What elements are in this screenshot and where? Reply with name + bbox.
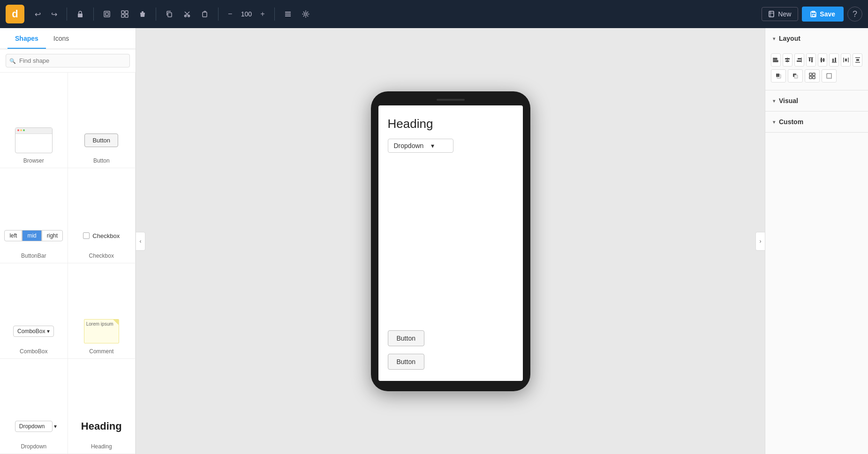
sep-1 (67, 7, 67, 21)
shape-checkbox[interactable]: Checkbox Checkbox (68, 168, 136, 264)
visual-section: ▾ Visual (765, 90, 868, 112)
layout-btn-align-top[interactable] (806, 53, 816, 67)
shape-buttonbar-label: ButtonBar (21, 253, 46, 259)
canvas-dropdown[interactable]: Dropdown ▾ (388, 139, 453, 153)
canvas-dropdown-arrow: ▾ (431, 142, 434, 149)
layout-btn-align-bottom[interactable] (829, 53, 839, 67)
shape-checkbox-label: Checkbox (89, 253, 114, 259)
layout-section-content (765, 49, 868, 90)
bb-mid: mid (22, 230, 41, 241)
combobox-arrow: ▾ (47, 328, 50, 335)
help-button[interactable]: ? (847, 7, 862, 22)
layout-btn-send-back[interactable] (788, 69, 803, 82)
zoom-in-button[interactable]: + (257, 7, 268, 21)
visual-chevron-icon: ▾ (773, 98, 775, 104)
svg-rect-27 (797, 60, 801, 62)
panel-search-area (0, 49, 136, 73)
delete-button[interactable] (135, 7, 150, 21)
frame-button[interactable] (99, 7, 114, 21)
copy-button[interactable] (162, 7, 177, 21)
visual-section-label: Visual (779, 97, 798, 104)
svg-rect-1 (104, 11, 110, 17)
canvas-area[interactable]: ‹ › Heading Dropdown ▾ Button Button (136, 28, 765, 454)
left-panel: Shapes Icons Brow (0, 28, 136, 454)
svg-rect-17 (812, 15, 815, 16)
layout-btn-ungroup[interactable] (822, 69, 837, 82)
layout-btn-align-center-v[interactable] (783, 53, 793, 67)
svg-rect-20 (774, 58, 777, 60)
svg-rect-36 (835, 58, 836, 62)
paste-button[interactable] (197, 7, 212, 21)
custom-section-label: Custom (779, 118, 803, 126)
dropdown-preview-wrap: Dropdown ▾ (4, 412, 64, 440)
layout-btn-distribute-v[interactable] (853, 53, 862, 67)
shape-combobox[interactable]: ComboBox ▾ ComboBox (0, 263, 68, 359)
layout-btn-align-center-h[interactable] (818, 53, 828, 67)
layout-button[interactable] (280, 7, 295, 21)
lock-button[interactable] (73, 7, 88, 21)
shape-button[interactable]: Button Button (68, 73, 136, 168)
svg-rect-29 (809, 58, 810, 61)
cut-button[interactable] (180, 7, 195, 21)
svg-rect-51 (827, 74, 831, 78)
tab-icons[interactable]: Icons (46, 28, 76, 49)
svg-rect-35 (832, 59, 834, 62)
svg-rect-7 (142, 12, 143, 13)
layout-chevron-icon: ▾ (773, 36, 775, 41)
visual-section-header[interactable]: ▾ Visual (765, 90, 868, 111)
phone-speaker (437, 99, 465, 101)
collapse-right-button[interactable]: › (755, 232, 765, 251)
shape-browser-label: Browser (23, 157, 44, 164)
layout-btn-align-right[interactable] (794, 53, 804, 67)
layout-btn-bring-front[interactable] (771, 69, 786, 82)
layout-section-header[interactable]: ▾ Layout (765, 28, 868, 49)
save-button[interactable]: Save (802, 7, 844, 22)
shape-browser[interactable]: Browser (0, 73, 68, 168)
group-button[interactable] (117, 7, 132, 21)
heading-preview-wrap: Heading (72, 412, 132, 440)
shape-comment-label: Comment (89, 348, 113, 355)
layout-section: ▾ Layout (765, 28, 868, 90)
shape-buttonbar[interactable]: left mid right ButtonBar (0, 168, 68, 264)
comment-preview-wrap: Lorem ipsum (72, 317, 132, 345)
redo-button[interactable]: ↪ (47, 7, 61, 22)
dropdown-shape: Dropdown ▾ (15, 421, 53, 432)
sep-5 (274, 7, 275, 21)
settings-button[interactable] (298, 7, 313, 21)
search-input[interactable] (6, 54, 130, 67)
shape-heading[interactable]: Heading Heading (68, 359, 136, 454)
svg-rect-6 (125, 15, 128, 17)
custom-section-header[interactable]: ▾ Custom (765, 112, 868, 132)
tab-shapes[interactable]: Shapes (8, 28, 46, 49)
svg-rect-26 (798, 58, 801, 60)
layout-btn-group[interactable] (805, 69, 820, 82)
canvas-button-2[interactable]: Button (388, 354, 424, 370)
zoom-out-button[interactable]: − (224, 7, 236, 21)
sep-2 (93, 7, 94, 21)
phone-mockup: Heading Dropdown ▾ Button Button (371, 91, 530, 391)
button-shape: Button (84, 134, 118, 147)
svg-rect-30 (811, 58, 813, 62)
shape-comment[interactable]: Lorem ipsum Comment (68, 263, 136, 359)
zoom-value: 100 (239, 10, 254, 18)
dropdown-text: Dropdown (19, 423, 45, 430)
custom-chevron-icon: ▾ (773, 119, 775, 125)
svg-rect-23 (785, 58, 790, 60)
new-button[interactable]: New (762, 7, 798, 21)
search-wrap (6, 54, 130, 67)
collapse-left-button[interactable]: ‹ (136, 232, 145, 251)
svg-rect-47 (809, 73, 812, 75)
shape-dropdown-label: Dropdown (21, 443, 46, 450)
undo-button[interactable]: ↩ (31, 7, 45, 22)
canvas-button-1[interactable]: Button (388, 330, 424, 346)
phone-screen: Heading Dropdown ▾ Button Button (378, 105, 523, 381)
canvas-dropdown-label: Dropdown (394, 142, 424, 149)
layout-btn-align-left[interactable] (771, 53, 781, 67)
shape-combobox-label: ComboBox (20, 348, 47, 355)
panel-tabs: Shapes Icons (0, 28, 136, 49)
layout-btn-distribute-h[interactable] (841, 53, 851, 67)
shape-dropdown[interactable]: Dropdown ▾ Dropdown (0, 359, 68, 454)
main-area: Shapes Icons Brow (0, 28, 868, 454)
buttonbar-preview-wrap: left mid right (4, 222, 64, 250)
checkbox-box (83, 232, 90, 239)
